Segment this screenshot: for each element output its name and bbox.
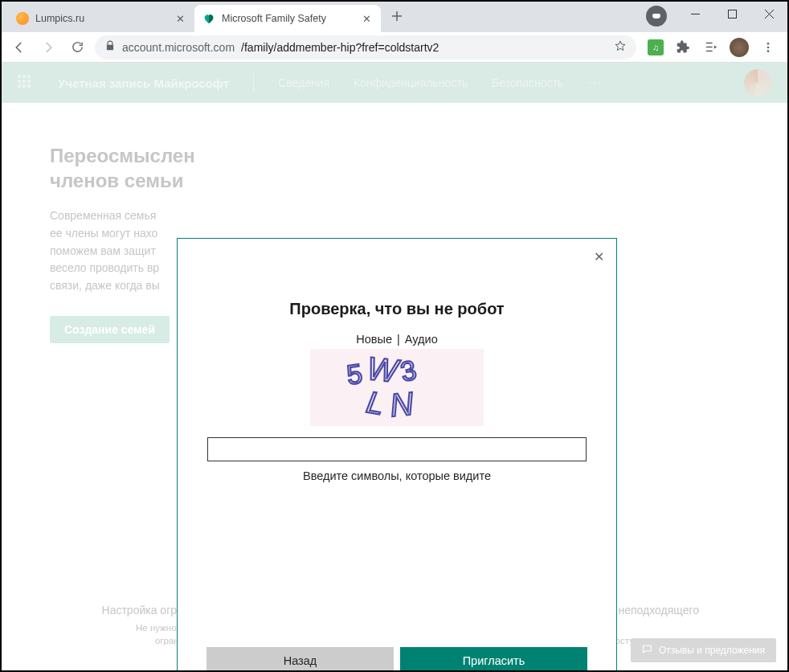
favicon-family xyxy=(202,12,215,25)
close-icon[interactable]: ✕ xyxy=(360,12,373,25)
tab-title: Microsoft Family Safety xyxy=(222,13,354,24)
svg-text:L: L xyxy=(364,385,386,421)
url-host: account.microsoft.com xyxy=(122,41,235,54)
url-path: /family/addmember-hip?fref=coldstartv2 xyxy=(241,41,439,54)
reload-button[interactable] xyxy=(66,36,88,59)
tab-strip: Lumpics.ru ✕ Microsoft Family Safety ✕ xyxy=(8,5,408,32)
incognito-icon xyxy=(646,6,667,27)
browser-tab-lumpics[interactable]: Lumpics.ru ✕ xyxy=(8,5,194,32)
svg-text:N: N xyxy=(388,385,415,423)
captcha-options: Новые | Аудио xyxy=(356,333,437,346)
nav-privacy[interactable]: Конфиденциальность xyxy=(354,76,468,89)
svg-text:5: 5 xyxy=(345,358,364,390)
modal-overlay: ✕ Проверка, что вы не робот Новые | Ауди… xyxy=(2,103,787,670)
close-icon[interactable]: ✕ xyxy=(174,12,186,25)
site-header: Учетная запись Майкрософт Сведения Конфи… xyxy=(2,63,787,103)
back-button[interactable] xyxy=(8,36,31,59)
nav-info[interactable]: Сведения xyxy=(278,76,329,89)
media-control-icon[interactable] xyxy=(702,39,718,55)
app-launcher-icon[interactable] xyxy=(18,75,34,91)
maximize-button[interactable] xyxy=(713,2,750,26)
favicon-lumpics xyxy=(16,12,29,25)
nav-more-icon[interactable]: ··· xyxy=(587,76,603,90)
tab-title: Lumpics.ru xyxy=(35,13,167,24)
forward-button xyxy=(37,36,59,59)
window-controls xyxy=(677,2,787,26)
account-avatar[interactable] xyxy=(744,69,771,96)
page-content: Переосмыслен членов семьи Современная се… xyxy=(2,103,787,670)
profile-avatar[interactable] xyxy=(730,38,749,57)
new-tab-button[interactable] xyxy=(386,5,408,27)
minimize-button[interactable] xyxy=(677,2,713,26)
browser-toolbar: account.microsoft.com/family/addmember-h… xyxy=(2,32,787,63)
captcha-dialog: ✕ Проверка, что вы не робот Новые | Ауди… xyxy=(177,238,617,672)
star-icon[interactable] xyxy=(614,39,627,55)
dialog-body: Проверка, что вы не робот Новые | Аудио … xyxy=(178,239,616,647)
close-icon[interactable]: ✕ xyxy=(589,247,608,266)
captcha-audio-link[interactable]: Аудио xyxy=(405,333,438,346)
browser-tab-family[interactable]: Microsoft Family Safety ✕ xyxy=(194,5,381,32)
svg-point-1 xyxy=(767,43,770,45)
dialog-title: Проверка, что вы не робот xyxy=(289,300,504,318)
captcha-new-link[interactable]: Новые xyxy=(356,333,392,346)
extensions-icon[interactable] xyxy=(675,39,691,55)
svg-point-2 xyxy=(767,46,770,48)
window-titlebar: Lumpics.ru ✕ Microsoft Family Safety ✕ xyxy=(2,2,787,32)
dialog-actions: Назад Пригласить xyxy=(178,647,616,672)
svg-text:W: W xyxy=(366,351,402,389)
extension-icons: ♫ xyxy=(643,38,781,57)
music-extension-icon[interactable]: ♫ xyxy=(648,39,664,55)
lock-icon xyxy=(104,40,116,55)
close-window-button[interactable] xyxy=(750,2,787,26)
svg-point-3 xyxy=(767,50,770,52)
back-button[interactable]: Назад xyxy=(206,647,394,672)
site-title: Учетная запись Майкрософт xyxy=(58,76,229,90)
svg-rect-0 xyxy=(728,10,736,18)
captcha-input[interactable] xyxy=(207,437,587,461)
captcha-hint: Введите символы, которые видите xyxy=(303,469,491,482)
separator xyxy=(253,74,254,92)
svg-text:3: 3 xyxy=(398,354,419,387)
captcha-image: 5 W 3 L N xyxy=(310,349,484,426)
address-bar[interactable]: account.microsoft.com/family/addmember-h… xyxy=(95,35,636,59)
nav-security[interactable]: Безопасность xyxy=(492,76,563,89)
menu-icon[interactable] xyxy=(760,39,776,55)
invite-button[interactable]: Пригласить xyxy=(400,647,587,672)
